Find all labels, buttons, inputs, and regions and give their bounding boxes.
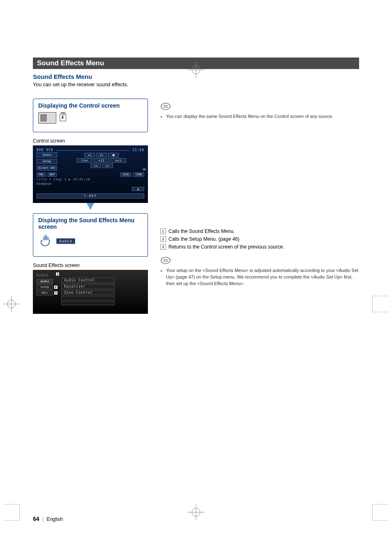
box2-title: Displaying the Sound Effects Menu screen (38, 217, 143, 230)
left-column: Displaying the Control screen FNC F Cont… (33, 99, 148, 314)
note-1-text: You can display the same Sound Effects M… (166, 113, 359, 120)
note-2-text: Your setup on the <Sound Effects Menu> i… (166, 267, 359, 287)
screen-source-label: DVD VCD (37, 148, 53, 152)
list-text-2: Calls the Setup Menu. (page 46) (168, 235, 240, 243)
right-column: You can display the same Sound Effects M… (160, 99, 359, 314)
footer-language: English (46, 516, 62, 522)
control-screen: DVD VCD 13:50 Audio SetUp Direct SRC ◂ı … (33, 145, 148, 203)
list-text-1: Calls the Sound Effects Menu. (168, 228, 235, 235)
callout-list: 1Calls the Sound Effects Menu. 2Calls th… (160, 228, 359, 251)
rewind-button[interactable]: ◂◂ (90, 164, 101, 168)
step-fwd-button[interactable]: ı▸ (96, 153, 107, 157)
tab-audio[interactable]: Audio (37, 279, 53, 284)
next-track-button[interactable]: ▸▸ı (111, 158, 126, 163)
note-2: Your setup on the <Sound Effects Menu> i… (160, 267, 359, 287)
eject-button[interactable]: ▲ (132, 187, 144, 191)
scrl-indicator: SCRL (120, 173, 131, 177)
callout-1: 1 (55, 272, 60, 276)
list-text-3: Returns to the Control screen of the pre… (168, 243, 284, 251)
registration-mark-top (188, 62, 204, 80)
trep-bar[interactable]: T-REP (37, 193, 144, 198)
note-1: You can display the same Sound Effects M… (160, 113, 359, 120)
manual-page: Sound Effects Menu Sound Effects Menu Yo… (0, 0, 392, 555)
crop-mark-right (372, 296, 389, 314)
fnc-label: F (62, 115, 64, 120)
crop-mark-bottom-right (372, 504, 389, 522)
footer-separator: | (42, 516, 44, 522)
fast-fwd-button[interactable]: ▸▸ (102, 164, 113, 168)
control-screen-caption: Control screen (33, 138, 148, 144)
box1-title: Displaying the Control screen (38, 102, 143, 109)
setup-side-button[interactable]: SetUp (37, 159, 57, 164)
svg-marker-18 (86, 203, 95, 210)
list-num-2: 2 (160, 236, 166, 242)
step-back-button[interactable]: ◂ı (84, 153, 95, 157)
list-num-1: 1 (160, 228, 166, 234)
box-control-screen: Displaying the Control screen FNC F (33, 99, 148, 132)
crop-mark-bottom-left (3, 504, 20, 522)
touch-hand-icon (38, 233, 52, 249)
list-num-3: 3 (160, 244, 166, 250)
callout-3: 3 (54, 291, 58, 295)
brand-line: KENWOOD (37, 182, 144, 186)
box-sound-effects-menu: Displaying the Sound Effects Menu screen… (33, 213, 148, 257)
page-footer: 64 | English (33, 516, 63, 522)
faceplate-row: FNC F (38, 112, 143, 124)
section-body: You can set up the receiver sound effect… (33, 81, 359, 89)
note-icon-2 (160, 256, 359, 267)
fnc-small-label: FNC (61, 112, 66, 114)
audio-side-button[interactable]: Audio (37, 152, 57, 157)
sound-effects-screen: Audio Audio SetUp 2 SRC▸ 3 1 Audio Contr… (33, 270, 148, 314)
fnc-button[interactable]: FNC F (60, 114, 66, 121)
tab-setup[interactable]: SetUp 2 (37, 285, 53, 290)
menu-empty-1 (61, 296, 115, 300)
menu-zone-control[interactable]: Zone Control (61, 290, 115, 295)
screen-clock: 13:50 (132, 148, 144, 152)
menu-equalizer[interactable]: Equalizer (61, 284, 115, 289)
play-pause-button[interactable]: ▸ıı (94, 158, 109, 163)
device-icon (38, 112, 56, 124)
in-label: IN (143, 168, 146, 171)
pbc-indicator: PBC (37, 173, 46, 177)
tab-src[interactable]: SRC▸ 3 (37, 290, 53, 295)
rep-indicator: REP (48, 173, 57, 177)
direct-src-button[interactable]: Direct SRC (37, 166, 57, 170)
sound-effects-screen-caption: Sound Effects screen (33, 263, 148, 268)
track-info-line: Title 1 Chap 3 ▶ T0:05:20 (37, 178, 144, 181)
page-number: 64 (33, 516, 39, 522)
menu-audio-control[interactable]: Audio Control (61, 278, 115, 283)
time-indicator: TIME (133, 173, 144, 177)
prev-track-button[interactable]: ı◂◂ (77, 158, 92, 163)
screen2-header: Audio (37, 274, 53, 277)
audio-touch-button[interactable]: Audio (56, 238, 75, 244)
note-icon (160, 102, 359, 113)
registration-mark-bottom (188, 504, 204, 522)
stop-button[interactable]: ■ (108, 153, 119, 157)
callout-2: 2 (54, 286, 58, 289)
down-arrow-icon (33, 203, 148, 213)
menu-empty-2 (61, 301, 115, 305)
crop-mark-left (3, 296, 20, 314)
